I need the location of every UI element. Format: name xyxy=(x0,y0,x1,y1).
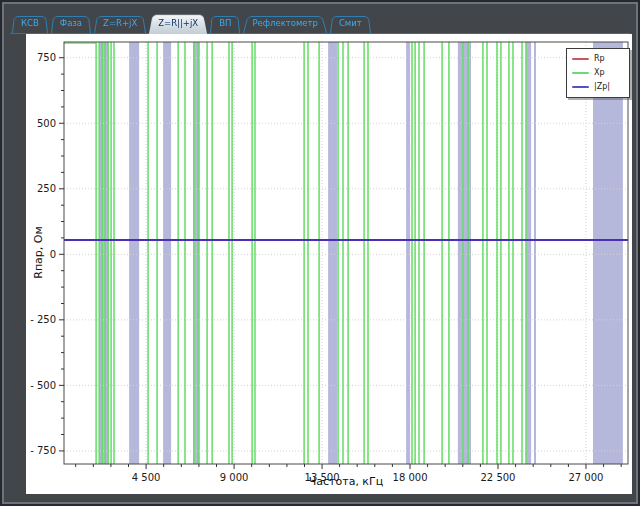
tab-z-parallel[interactable]: Z=R||+jX xyxy=(149,12,207,34)
legend-item-rp: Rp xyxy=(572,55,624,63)
zp-high-band xyxy=(328,42,337,464)
zp-high-band xyxy=(163,42,171,464)
chart-panel: 4 5009 00013 50018 00022 50027 000750500… xyxy=(26,34,632,494)
y-axis-title: Rпар, Ом xyxy=(32,218,45,288)
tab-label: Z=R||+jX xyxy=(158,18,198,28)
zp-high-band xyxy=(534,42,536,464)
y-tick-label: 500 xyxy=(37,118,56,129)
legend-item-zp: |Zp| xyxy=(572,83,624,91)
tab-label: КСВ xyxy=(21,18,39,28)
chart-legend: RpXp|Zp| xyxy=(566,48,630,98)
tab-bar: КСВФазаZ=R+jXZ=R||+jXВПРефлектометрСмит xyxy=(10,8,630,34)
y-tick-label: - 500 xyxy=(30,380,56,391)
y-tick-label: 750 xyxy=(37,52,56,63)
tab-smit[interactable]: Смит xyxy=(330,14,371,33)
tab-label: Рефлектометр xyxy=(252,18,318,28)
chart-svg[interactable]: 4 5009 00013 50018 00022 50027 000750500… xyxy=(26,34,632,494)
tab-label: Фаза xyxy=(60,18,82,28)
y-tick-label: 250 xyxy=(37,183,56,194)
tab-vp[interactable]: ВП xyxy=(210,14,240,33)
legend-label: |Zp| xyxy=(594,83,610,91)
tab-reflektometr[interactable]: Рефлектометр xyxy=(243,14,327,33)
legend-label: Xp xyxy=(594,69,605,77)
tab-ksv[interactable]: КСВ xyxy=(12,14,48,33)
legend-item-xp: Xp xyxy=(572,69,624,77)
y-tick-label: - 250 xyxy=(30,314,56,325)
zp-high-band xyxy=(406,42,410,464)
zp-high-band xyxy=(129,42,139,464)
y-tick-label: - 750 xyxy=(30,445,56,456)
x-axis-title: Частота, кГц xyxy=(64,475,628,488)
zp-high-band xyxy=(593,42,623,464)
legend-swatch-icon xyxy=(572,72,589,74)
y-tick-label: 0 xyxy=(50,249,56,260)
tab-faza[interactable]: Фаза xyxy=(51,14,91,33)
legend-swatch-icon xyxy=(572,58,589,60)
legend-swatch-icon xyxy=(572,86,589,88)
app-window: КСВФазаZ=R+jXZ=R||+jXВПРефлектометрСмит … xyxy=(0,0,640,506)
tab-label: Z=R+jX xyxy=(103,18,137,28)
zp-high-band xyxy=(458,42,471,464)
zp-high-band xyxy=(99,42,108,464)
tab-label: ВП xyxy=(219,18,231,28)
tab-z-series[interactable]: Z=R+jX xyxy=(94,14,146,33)
legend-label: Rp xyxy=(594,55,605,63)
tab-label: Смит xyxy=(339,18,362,28)
